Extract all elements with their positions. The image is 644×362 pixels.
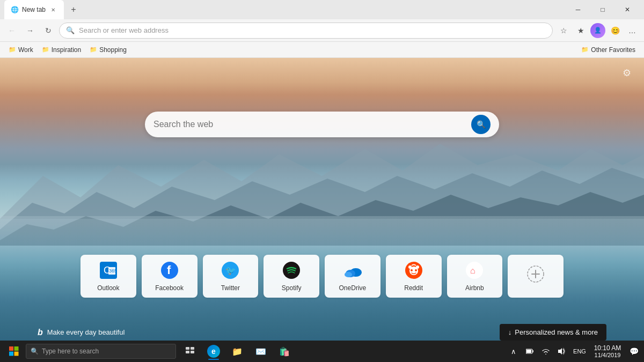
bookmark-shopping-label: Shopping — [99, 46, 127, 54]
minimize-button[interactable]: ─ — [566, 0, 590, 19]
action-center-button[interactable]: 💬 — [626, 341, 642, 362]
system-tray: ∧ ENG 10:10 AM 11/4/2019 — [506, 341, 642, 362]
quick-link-reddit[interactable]: Reddit — [386, 255, 442, 298]
svg-point-19 — [415, 269, 417, 271]
refresh-button[interactable]: ↻ — [41, 23, 56, 38]
close-button[interactable]: ✕ — [615, 0, 640, 19]
search-submit-button[interactable]: 🔍 — [471, 115, 491, 134]
add-icon — [526, 264, 545, 284]
svg-rect-36 — [533, 350, 534, 352]
file-explorer-taskbar-button[interactable]: 📁 — [225, 341, 249, 362]
spotify-icon — [282, 261, 301, 280]
settings-menu-icon[interactable]: … — [625, 23, 640, 38]
mail-taskbar-button[interactable]: ✉️ — [249, 341, 273, 362]
task-view-button[interactable] — [178, 341, 202, 362]
reddit-label: Reddit — [404, 284, 423, 292]
bing-tagline: Make every day beautiful — [47, 328, 125, 336]
bookmark-work[interactable]: 📁 Work — [4, 42, 38, 57]
svg-rect-30 — [14, 352, 19, 356]
quick-links: O 365 Outlook f Facebook 🐦 — [80, 255, 564, 298]
favorites-star-icon[interactable]: ☆ — [556, 23, 571, 38]
airbnb-label: Airbnb — [465, 284, 484, 292]
task-view-icon — [186, 347, 194, 356]
store-taskbar-button[interactable]: 🛍️ — [273, 341, 296, 362]
battery-icon[interactable] — [522, 341, 538, 362]
tab-favicon: 🌐 — [11, 6, 19, 13]
quick-link-onedrive[interactable]: OneDrive — [325, 255, 380, 298]
bookmark-inspiration[interactable]: 📁 Inspiration — [38, 42, 85, 57]
airbnb-icon: ⌂ — [465, 261, 484, 280]
other-favorites-label: Other Favorites — [591, 46, 635, 54]
new-tab-page: ⚙ 🔍 O 365 Outlook — [0, 58, 644, 362]
clock-date: 11/4/2019 — [595, 352, 621, 358]
svg-marker-38 — [558, 348, 562, 354]
taskbar-icons: e 📁 ✉️ 🛍️ — [178, 341, 296, 362]
bookmarks-bar: 📁 Work 📁 Inspiration 📁 Shopping 📁 Other … — [0, 42, 644, 58]
folder-icon: 📁 — [90, 46, 97, 53]
title-bar: 🌐 New tab ✕ + ─ □ ✕ — [0, 0, 644, 19]
active-tab[interactable]: 🌐 New tab ✕ — [4, 0, 64, 19]
search-box[interactable]: 🔍 — [145, 112, 499, 137]
folder-icon: 📁 — [581, 46, 589, 53]
tab-strip: 🌐 New tab ✕ + — [4, 0, 81, 19]
wifi-icon — [541, 348, 550, 354]
language-icon[interactable]: ENG — [570, 341, 589, 362]
svg-rect-28 — [14, 346, 19, 351]
svg-rect-31 — [186, 347, 189, 350]
bing-logo: b — [38, 328, 43, 337]
quick-link-add[interactable] — [508, 255, 564, 298]
news-button-label: Personalized news & more — [515, 328, 598, 336]
tab-title: New tab — [22, 6, 46, 13]
wifi-icon[interactable] — [538, 341, 554, 362]
quick-link-airbnb[interactable]: ⌂ Airbnb — [447, 255, 503, 298]
onedrive-label: OneDrive — [339, 284, 367, 292]
profile-avatar[interactable]: 👤 — [590, 23, 605, 38]
quick-link-facebook[interactable]: f Facebook — [142, 255, 197, 298]
quick-link-twitter[interactable]: 🐦 Twitter — [203, 255, 259, 298]
new-tab-button[interactable]: + — [66, 2, 81, 17]
maximize-button[interactable]: □ — [590, 0, 615, 19]
toolbar-icons: ☆ ★ 👤 😊 … — [556, 23, 640, 38]
page-settings-button[interactable]: ⚙ — [619, 65, 634, 80]
reddit-icon — [404, 261, 423, 280]
personalized-news-button[interactable]: ↓ Personalized news & more — [500, 324, 606, 341]
twitter-label: Twitter — [221, 284, 240, 292]
address-bar[interactable]: 🔍 Search or enter web address — [59, 23, 553, 39]
quick-link-outlook[interactable]: O 365 Outlook — [80, 255, 136, 298]
folder-icon: 📁 — [42, 46, 49, 53]
svg-rect-27 — [9, 346, 13, 351]
windows-logo-icon — [9, 346, 19, 356]
system-clock[interactable]: 10:10 AM 11/4/2019 — [589, 344, 626, 358]
taskbar-search[interactable]: 🔍 Type here to search — [26, 344, 176, 359]
svg-text:f: f — [167, 263, 171, 277]
battery-icon — [526, 349, 533, 354]
emoji-icon[interactable]: 😊 — [608, 23, 623, 38]
bookmark-work-label: Work — [18, 46, 33, 54]
bookmark-inspiration-label: Inspiration — [52, 46, 81, 54]
edge-taskbar-button[interactable]: e — [202, 341, 225, 362]
gear-icon: ⚙ — [623, 67, 631, 79]
forward-button[interactable]: → — [23, 23, 38, 38]
search-input[interactable] — [153, 120, 466, 129]
svg-point-15 — [345, 272, 352, 277]
reading-list-icon[interactable]: ★ — [573, 23, 588, 38]
start-button[interactable] — [2, 341, 26, 362]
bing-branding: b Make every day beautiful — [38, 328, 125, 337]
svg-point-20 — [416, 265, 419, 269]
bookmark-shopping[interactable]: 📁 Shopping — [85, 42, 131, 57]
tab-close-button[interactable]: ✕ — [49, 5, 57, 14]
quick-link-spotify[interactable]: Spotify — [264, 255, 319, 298]
arrow-down-icon: ↓ — [508, 328, 512, 336]
bottom-bar: b Make every day beautiful ↓ Personalize… — [0, 324, 644, 341]
taskbar-search-icon: 🔍 — [31, 348, 39, 355]
search-icon: 🔍 — [66, 26, 75, 34]
tray-overflow-button[interactable]: ∧ — [506, 341, 522, 362]
address-placeholder: Search or enter web address — [79, 26, 546, 34]
volume-icon[interactable] — [554, 341, 570, 362]
other-favorites[interactable]: 📁 Other Favorites — [577, 46, 640, 54]
spotify-label: Spotify — [282, 284, 302, 292]
back-button[interactable]: ← — [4, 23, 19, 38]
svg-rect-37 — [526, 350, 531, 353]
facebook-icon: f — [160, 261, 179, 280]
search-icon: 🔍 — [477, 120, 486, 129]
